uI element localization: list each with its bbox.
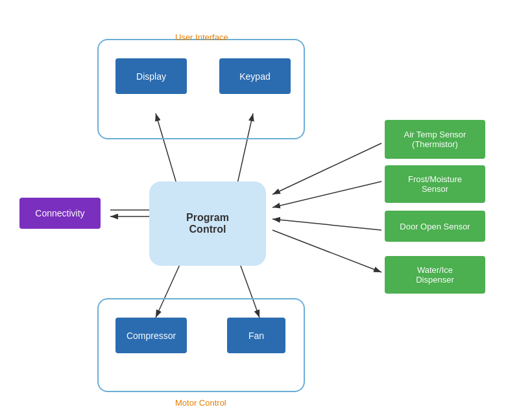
program-control-box: Program Control	[149, 181, 266, 266]
air-temp-sensor-box: Air Temp Sensor (Thermistor)	[385, 120, 485, 159]
display-box: Display	[115, 58, 187, 94]
diagram: User Interface Display Keypad Program Co…	[0, 0, 519, 420]
svg-line-9	[272, 230, 381, 272]
fan-box: Fan	[227, 318, 285, 353]
svg-line-7	[272, 181, 381, 207]
svg-line-6	[272, 143, 381, 194]
frost-moisture-sensor-box: Frost/Moisture Sensor	[385, 165, 485, 203]
compressor-box: Compressor	[115, 318, 187, 353]
water-ice-dispenser-box: Water/Ice Dispenser	[385, 256, 485, 294]
user-interface-label: User Interface	[175, 32, 228, 42]
svg-line-8	[272, 219, 381, 230]
connectivity-box: Connectivity	[19, 198, 101, 229]
door-open-sensor-box: Door Open Sensor	[385, 211, 485, 242]
keypad-box: Keypad	[219, 58, 291, 94]
motor-control-label: Motor Control	[175, 398, 226, 408]
